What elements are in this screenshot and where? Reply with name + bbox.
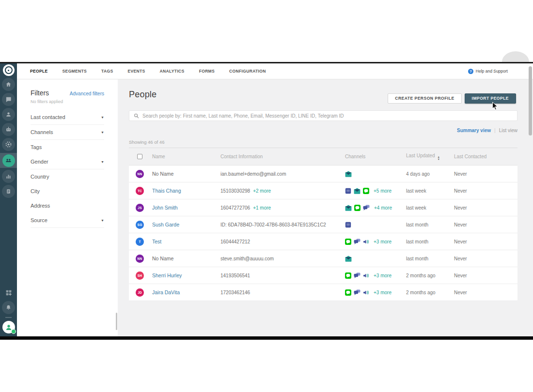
sidebar bbox=[0, 63, 17, 336]
channels-more-link[interactable]: +3 more bbox=[374, 239, 392, 244]
panel-resize-handle[interactable] bbox=[116, 313, 117, 330]
nav-item-forms[interactable]: FORMS bbox=[199, 69, 215, 74]
filter-channels[interactable]: Channels▼ bbox=[31, 125, 104, 140]
bot-icon[interactable] bbox=[2, 123, 15, 136]
person-name[interactable]: No Name bbox=[152, 256, 220, 261]
nav-item-configuration[interactable]: CONFIGURATION bbox=[229, 69, 266, 74]
filter-label: Gender bbox=[31, 159, 48, 165]
channels-more-link[interactable]: +3 more bbox=[374, 290, 392, 295]
contact-info: 16047272706+1 more bbox=[220, 205, 345, 211]
last-contacted-value: Never bbox=[454, 239, 517, 244]
person-row[interactable]: JDJaira DaVita17203462146+3 more2 months… bbox=[129, 284, 517, 301]
voice-channel-icon bbox=[363, 289, 369, 296]
contact-more-link[interactable]: +2 more bbox=[253, 188, 271, 194]
app-window: PEOPLESEGMENTSTAGSEVENTSANALYTICSFORMSCO… bbox=[0, 62, 533, 336]
filter-last-contacted[interactable]: Last contacted▼ bbox=[31, 110, 104, 125]
person-name[interactable]: Sush Garde bbox=[152, 222, 220, 227]
search-input[interactable] bbox=[142, 113, 513, 119]
channels-more-link[interactable]: +4 more bbox=[374, 205, 392, 211]
list-view-toggle[interactable]: List view bbox=[499, 128, 517, 133]
last-updated-value: last month bbox=[406, 222, 454, 227]
summary-view-toggle[interactable]: Summary view bbox=[457, 128, 491, 133]
messaging-icon[interactable] bbox=[2, 93, 15, 106]
last-contacted-value: Never bbox=[454, 273, 517, 278]
column-header-contact-information: Contact Information bbox=[220, 154, 345, 159]
scrollbar-thumb[interactable] bbox=[529, 66, 532, 136]
notifications-bell-icon[interactable] bbox=[2, 301, 15, 314]
filter-tags[interactable]: Tags bbox=[31, 140, 104, 154]
contact-info: 16044427212 bbox=[220, 239, 345, 244]
select-all-checkbox[interactable] bbox=[137, 154, 142, 159]
email-channel-icon bbox=[354, 188, 361, 194]
widget-channel-icon bbox=[345, 222, 351, 228]
nav-item-people[interactable]: PEOPLE bbox=[30, 69, 48, 74]
app-logo-icon bbox=[3, 64, 15, 76]
help-and-support[interactable]: ? Help and Support bbox=[468, 63, 508, 79]
person-name[interactable]: Sherri Hurley bbox=[152, 272, 220, 278]
avatar: TC bbox=[136, 187, 144, 195]
filter-country[interactable]: Country bbox=[31, 169, 104, 184]
contact-value: steve.smith@auuuu.com bbox=[220, 256, 274, 261]
filter-city[interactable]: City bbox=[31, 184, 104, 198]
channels-more-link[interactable]: +3 more bbox=[374, 273, 392, 278]
home-icon[interactable] bbox=[2, 78, 15, 91]
person-name[interactable]: Thais Chang bbox=[152, 188, 220, 194]
last-contacted-value: Never bbox=[454, 205, 517, 211]
documents-icon[interactable] bbox=[2, 185, 15, 198]
analytics-icon[interactable] bbox=[2, 170, 15, 183]
import-people-button[interactable]: IMPORT PEOPLE bbox=[465, 93, 516, 104]
filter-label: Last contacted bbox=[31, 114, 65, 120]
contacts-icon[interactable] bbox=[2, 108, 15, 121]
person-name[interactable]: No Name bbox=[152, 171, 220, 177]
person-row[interactable]: SGSush GardeID: 6DA78B4D-7002-47B6-8603-… bbox=[129, 216, 517, 233]
broadcast-icon[interactable] bbox=[2, 138, 15, 151]
nav-items: PEOPLESEGMENTSTAGSEVENTSANALYTICSFORMSCO… bbox=[30, 69, 266, 74]
filter-label: Source bbox=[31, 217, 47, 223]
channels-more-link[interactable]: +5 more bbox=[374, 188, 392, 194]
person-row[interactable]: TTest16044427212+3 morelast monthNever bbox=[129, 233, 517, 250]
result-count: Showing 46 of 46 bbox=[129, 139, 517, 145]
avatar: SH bbox=[136, 271, 144, 280]
person-row[interactable]: SHSherri Hurley14193506541+3 more2 month… bbox=[129, 267, 517, 284]
filter-label: Tags bbox=[31, 144, 42, 150]
nav-item-segments[interactable]: SEGMENTS bbox=[63, 69, 87, 74]
advanced-filters-link[interactable]: Advanced filters bbox=[70, 91, 104, 96]
avatar: NN bbox=[136, 255, 144, 263]
create-person-profile-button[interactable]: CREATE PERSON PROFILE bbox=[388, 93, 461, 104]
nav-item-analytics[interactable]: ANALYTICS bbox=[160, 69, 185, 74]
last-contacted-value: Never bbox=[454, 171, 517, 177]
channel-icons: +3 more bbox=[345, 239, 406, 245]
last-contacted-value: Never bbox=[454, 256, 517, 261]
person-name[interactable]: Jaira DaVita bbox=[152, 289, 220, 295]
sort-icon[interactable]: ▲▼ bbox=[438, 156, 440, 160]
mouse-cursor bbox=[492, 102, 498, 111]
avatar: JD bbox=[136, 288, 144, 297]
nav-item-tags[interactable]: TAGS bbox=[101, 69, 113, 74]
filter-gender[interactable]: Gender▼ bbox=[31, 154, 104, 169]
search-bar[interactable] bbox=[129, 110, 517, 121]
add-workspace-icon[interactable] bbox=[5, 289, 13, 297]
person-row[interactable]: TCThais Chang15103030298+2 more+5 morela… bbox=[129, 182, 517, 199]
last-updated-value: 4 days ago bbox=[406, 171, 454, 177]
person-name[interactable]: Test bbox=[152, 239, 220, 244]
column-header-last-updated[interactable]: Last Updated▲▼ bbox=[406, 153, 454, 160]
channel-icons: +5 more bbox=[345, 188, 406, 194]
person-row[interactable]: JSJohn Smith16047272706+1 more+4 morelas… bbox=[129, 199, 517, 216]
email-channel-icon bbox=[345, 171, 352, 177]
sidebar-item-people[interactable] bbox=[0, 153, 17, 168]
filters-title: Filters bbox=[31, 89, 49, 97]
filter-source[interactable]: Source▼ bbox=[31, 213, 104, 228]
sms-channel-icon bbox=[354, 239, 361, 244]
person-name[interactable]: John Smith bbox=[152, 205, 220, 211]
contact-info: steve.smith@auuuu.com bbox=[220, 256, 345, 261]
window-bottom-edge bbox=[0, 336, 533, 340]
filters-status: No filters applied bbox=[31, 99, 104, 104]
person-row[interactable]: NNNo Namesteve.smith@auuuu.comlast month… bbox=[129, 250, 517, 267]
contact-more-link[interactable]: +1 more bbox=[253, 205, 271, 211]
filter-address[interactable]: Address bbox=[31, 198, 104, 213]
nav-item-events[interactable]: EVENTS bbox=[128, 69, 145, 74]
person-row[interactable]: NNNo Nameian.baumel+demo@gmail.com4 days… bbox=[129, 166, 517, 182]
chevron-down-icon: ▼ bbox=[101, 160, 104, 164]
filter-label: Address bbox=[31, 203, 50, 209]
user-profile-avatar[interactable] bbox=[2, 321, 15, 333]
